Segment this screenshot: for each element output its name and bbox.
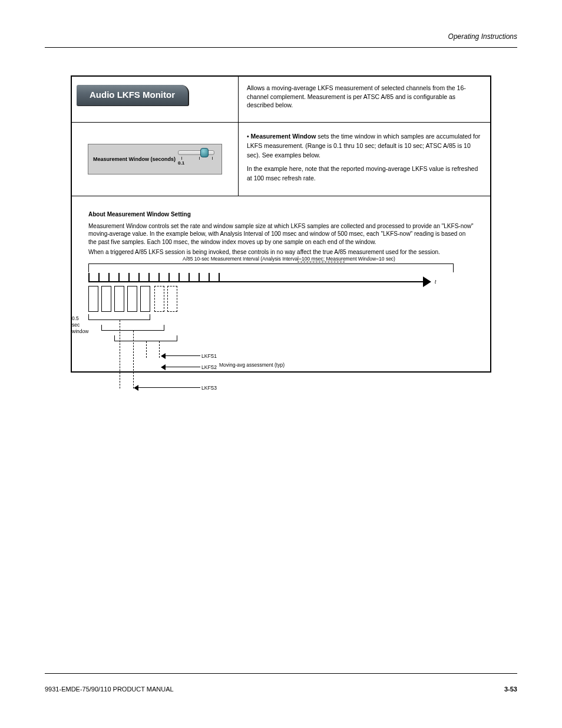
axis-arrow-icon: [423, 276, 431, 287]
panel-description: Allows a moving-average LKFS measurement…: [239, 77, 490, 122]
table-row: Measurement Window (seconds) 0.1 • Measu…: [72, 123, 490, 196]
header-rule: [45, 47, 517, 48]
measurement-window-label: Measurement Window (seconds): [93, 156, 176, 162]
explanation-heading: About Measurement Window Setting: [88, 210, 474, 219]
footer-page-number: 3-53: [504, 686, 517, 693]
timing-diagram: A/85 10-sec Measurement Interval (Analys…: [88, 263, 454, 393]
slider-cell: Measurement Window (seconds) 0.1: [72, 123, 239, 196]
audio-lkfs-panel-header: Audio LKFS Monitor: [77, 85, 189, 106]
lkfs-sample-label: LKFS2: [201, 364, 217, 371]
explanation-paragraph: When a triggered A/85 LKFS session is be…: [88, 248, 474, 256]
lkfs-sample-label: LKFS3: [201, 385, 217, 391]
explanation-paragraph: Measurement Window controls set the rate…: [88, 222, 474, 246]
panel-title-cell: Audio LKFS Monitor: [72, 77, 239, 122]
measurement-window-control: Measurement Window (seconds) 0.1: [88, 144, 222, 174]
slider-description: • Measurement Window sets the time windo…: [239, 123, 490, 196]
header-chapter-label: Operating Instructions: [448, 32, 517, 41]
time-axis: [88, 281, 424, 282]
time-axis-label: t: [435, 279, 436, 285]
bracket-size-label: 0.5 sec window: [72, 315, 88, 335]
footer-manual-title: 9931-EMDE-75/90/110 PRODUCT MANUAL: [45, 686, 174, 693]
assessment-label: Moving-avg assessment (typ): [219, 362, 285, 368]
spec-table: Audio LKFS Monitor Allows a moving-avera…: [71, 75, 491, 373]
measurement-window-slider[interactable]: 0.1: [176, 147, 217, 171]
explanation-cell: About Measurement Window Setting Measure…: [72, 196, 490, 399]
interval-label: A/85 10-sec Measurement Interval (Analys…: [183, 256, 395, 262]
lkfs-sample-label: LKFS1: [201, 353, 217, 360]
table-row: Audio LKFS Monitor Allows a moving-avera…: [72, 77, 490, 123]
slider-value-label: 0.1: [178, 160, 184, 166]
footer-rule: [45, 673, 517, 674]
slider-thumb[interactable]: [200, 148, 209, 157]
